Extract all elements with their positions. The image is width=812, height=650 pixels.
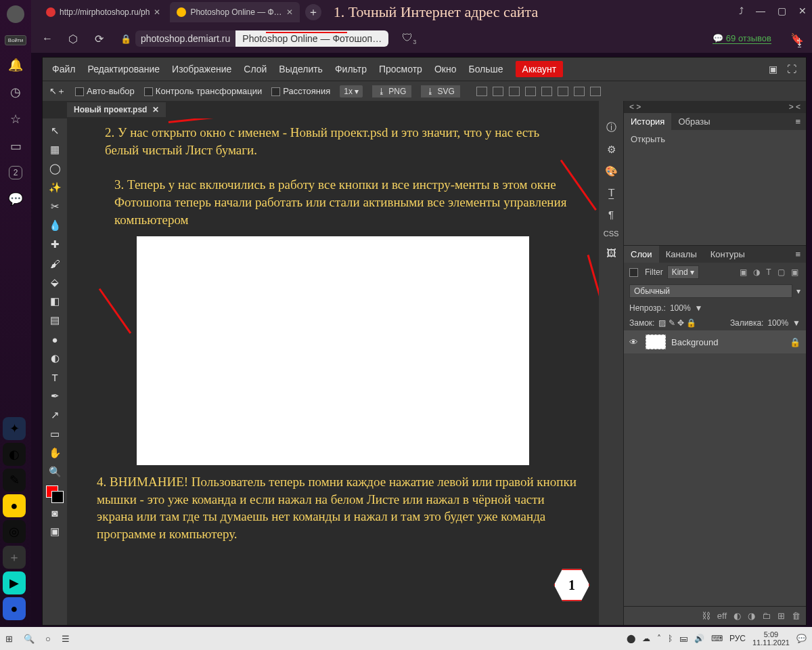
history-item[interactable]: Открыть (624, 130, 806, 245)
wand-tool-icon[interactable]: ✨ (45, 178, 65, 197)
brush-tool-icon[interactable]: 🖌 (45, 254, 65, 273)
eraser-tool-icon[interactable]: ◧ (45, 292, 65, 311)
distances-checkbox[interactable]: Расстояния (271, 86, 330, 96)
align-buttons[interactable] (476, 87, 601, 96)
menu-select[interactable]: Выделить (279, 64, 323, 74)
screenmode-icon[interactable]: ▣ (45, 522, 65, 541)
tab-1[interactable]: http://mirphotoshop.ru/ph✕ (39, 2, 167, 22)
folder-icon[interactable]: 🗀 (762, 611, 771, 621)
collapse-left-icon[interactable]: < > (629, 102, 641, 112)
close-icon[interactable]: ✕ (154, 7, 160, 17)
avatar-icon[interactable] (7, 5, 24, 23)
tab-paths[interactable]: Контуры (704, 246, 752, 263)
layout-icon[interactable]: ▣ (769, 64, 777, 74)
type-tool-icon[interactable]: T (45, 368, 65, 387)
kind-select[interactable]: Kind ▾ (667, 265, 699, 279)
dock-yandex-icon[interactable]: ● (3, 494, 26, 517)
menu-view[interactable]: Просмотр (379, 64, 422, 74)
tab-2[interactable]: Photoshop Online — Ф…✕ (170, 2, 299, 22)
tab-layers[interactable]: Слои (624, 246, 659, 263)
menu-filter[interactable]: Фильтр (335, 64, 367, 74)
chat-icon[interactable]: 💬 (8, 192, 23, 207)
color-swatch[interactable] (46, 485, 64, 503)
tray-clock[interactable]: 5:0911.11.2021 (752, 630, 790, 647)
menu-edit[interactable]: Редактирование (87, 64, 160, 74)
dock-add-icon[interactable]: ＋ (3, 546, 26, 569)
dodge-tool-icon[interactable]: ◐ (45, 349, 65, 368)
win-share-icon[interactable]: ⤴ (739, 5, 744, 16)
eyedropper-tool-icon[interactable]: 💧 (45, 216, 65, 235)
menu-window[interactable]: Окно (434, 64, 457, 74)
panel-menu-icon[interactable]: ≡ (790, 246, 806, 263)
tray-alice-icon[interactable]: ⬤ (627, 634, 635, 643)
mask-icon[interactable]: ◐ (734, 611, 741, 621)
menu-image[interactable]: Изображение (172, 64, 231, 74)
crop-tool-icon[interactable]: ✂ (45, 197, 65, 216)
blur-tool-icon[interactable]: ● (45, 330, 65, 349)
start-icon[interactable]: ⊞ (5, 634, 13, 644)
bell-icon[interactable]: 🔔 (8, 58, 23, 72)
export-png-button[interactable]: ⭳ PNG (372, 85, 411, 98)
export-svg-button[interactable]: ⭳ SVG (421, 85, 459, 98)
dock-yin-icon[interactable]: ◐ (3, 443, 26, 466)
star-icon[interactable]: ☆ (8, 112, 23, 127)
fill-value[interactable]: 100% (767, 318, 788, 328)
tray-notif-icon[interactable]: 💬 (796, 634, 807, 643)
account-button[interactable]: Аккаунт (516, 61, 564, 77)
css-icon[interactable]: CSS (604, 230, 619, 238)
fx-icon[interactable]: eff (717, 611, 727, 621)
quickmask-icon[interactable]: ◙ (45, 503, 65, 522)
heal-tool-icon[interactable]: ✚ (45, 235, 65, 254)
link-icon[interactable]: ⛓ (702, 611, 710, 621)
tab-channels[interactable]: Каналы (659, 246, 704, 263)
opacity-value[interactable]: 100% (670, 303, 691, 313)
win-min-icon[interactable]: ― (756, 5, 765, 16)
menu-file[interactable]: Файл (52, 64, 75, 74)
close-icon[interactable]: ✕ (152, 105, 159, 114)
pen-tool-icon[interactable]: ✒ (45, 387, 65, 406)
menu-layer[interactable]: Слой (244, 64, 267, 74)
back-icon[interactable]: ← (39, 32, 55, 45)
zoom-select[interactable]: 1x ▾ (340, 85, 363, 98)
transform-checkbox[interactable]: Контроль трансформации (144, 86, 262, 96)
tray-weather-icon[interactable]: ☁ (642, 634, 650, 643)
zoom-tool-icon[interactable]: 🔍 (45, 462, 65, 481)
gradient-tool-icon[interactable]: ▤ (45, 311, 65, 330)
win-max-icon[interactable]: ▢ (777, 5, 786, 16)
login-button[interactable]: Войти (5, 35, 26, 45)
clock-icon[interactable]: ◷ (8, 85, 23, 100)
visibility-icon[interactable]: 👁 (629, 337, 640, 347)
taskview-icon[interactable]: ☰ (62, 634, 70, 644)
lock-icons[interactable]: ▨ ✎ ✥ 🔒 (658, 318, 696, 328)
dock-camera-icon[interactable]: ◎ (3, 520, 26, 543)
fullscreen-icon[interactable]: ⛶ (787, 64, 796, 74)
canvas[interactable] (137, 236, 529, 465)
feed-icon[interactable]: ▭ (8, 139, 23, 154)
trash-icon[interactable]: 🗑 (792, 611, 800, 621)
tab-patterns[interactable]: Образы (671, 113, 717, 130)
stamp-tool-icon[interactable]: ⬙ (45, 273, 65, 292)
hand-tool-icon[interactable]: ✋ (45, 443, 65, 462)
tray-lang[interactable]: РУС (729, 634, 746, 643)
dock-play-icon[interactable]: ▶ (3, 571, 26, 594)
collapse-right-icon[interactable]: > < (789, 102, 800, 112)
badge-2-icon[interactable]: 2 (9, 166, 22, 179)
tray-sound-icon[interactable]: 🔊 (694, 634, 704, 643)
paragraph-icon[interactable]: ¶ (608, 209, 614, 220)
move-tool-icon[interactable]: ↖ (45, 121, 65, 140)
tray-kb-icon[interactable]: ⌨ (711, 634, 723, 643)
new-layer-icon[interactable]: ⊞ (777, 611, 785, 621)
swatches-icon[interactable]: 🎨 (605, 165, 618, 177)
address-bar[interactable]: 🔒 photoshop.demiart.ru Photoshop Online … (116, 28, 388, 49)
document-tab[interactable]: Новый проект.psd✕ (67, 102, 166, 117)
tray-hdd-icon[interactable]: 🖴 (679, 634, 687, 643)
shape-tool-icon[interactable]: ▭ (45, 425, 65, 443)
tab-history[interactable]: История (624, 113, 671, 130)
filter-icons[interactable]: ▣ ◑ T ▢ ▣ (740, 267, 800, 277)
blend-mode-select[interactable]: Обычный (629, 284, 792, 298)
panel-menu-icon[interactable]: ≡ (790, 113, 806, 130)
download-icon[interactable]: ⭳ (794, 37, 805, 49)
dock-pencil-icon[interactable]: ✎ (3, 469, 26, 492)
lasso-tool-icon[interactable]: ◯ (45, 159, 65, 178)
cortana-icon[interactable]: ○ (45, 634, 51, 644)
